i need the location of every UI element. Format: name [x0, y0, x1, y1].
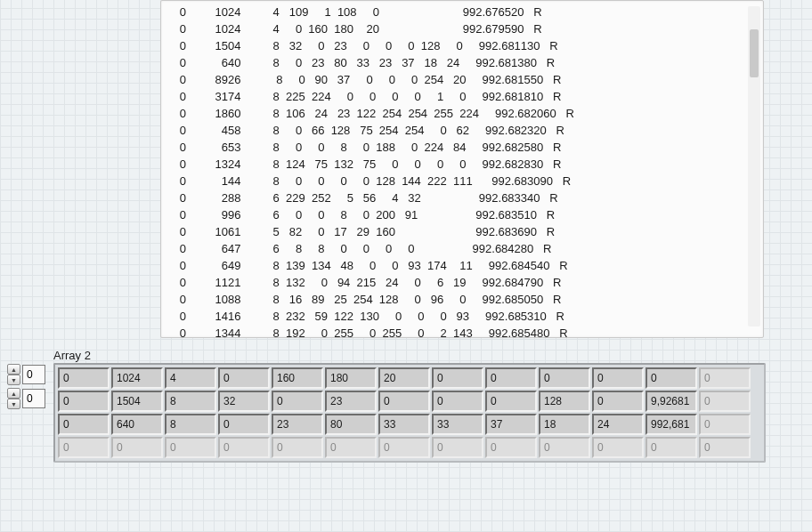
array-cell[interactable] — [218, 414, 270, 435]
array-cell — [699, 367, 751, 389]
array-cell[interactable] — [539, 391, 590, 412]
array-cell[interactable] — [165, 391, 216, 412]
array-cell[interactable] — [646, 367, 697, 389]
array-label: Array 2 — [53, 349, 91, 362]
array-cell — [699, 437, 751, 458]
array-cell[interactable] — [485, 414, 537, 435]
array-cell — [165, 437, 216, 458]
array-cell[interactable] — [111, 414, 163, 435]
array-cell[interactable] — [432, 391, 483, 412]
array-cell[interactable] — [325, 391, 377, 412]
array-cell[interactable] — [272, 367, 323, 389]
array-cell[interactable] — [325, 367, 377, 389]
array-cell[interactable] — [111, 367, 163, 389]
array-cell[interactable] — [111, 391, 163, 412]
array-cell — [699, 414, 751, 435]
array-cell — [432, 437, 483, 458]
log-scrollbar-thumb[interactable] — [750, 29, 759, 77]
array-cell[interactable] — [165, 414, 216, 435]
array-cell — [539, 437, 590, 458]
array-cell[interactable] — [378, 391, 430, 412]
log-text: 0 1024 4 109 1 108 0 992.676520 R 0 1024… — [170, 4, 758, 342]
array-row — [58, 367, 761, 389]
array-cell — [325, 437, 377, 458]
array-row — [58, 414, 761, 435]
index-1-up-icon[interactable]: ▲ — [7, 388, 20, 399]
array-cell[interactable] — [432, 414, 483, 435]
array-row — [58, 391, 761, 412]
array-cell[interactable] — [58, 367, 110, 389]
array-cell[interactable] — [485, 367, 537, 389]
array-2-control — [53, 363, 766, 463]
array-cell[interactable] — [218, 367, 270, 389]
log-text-display: 0 1024 4 109 1 108 0 992.676520 R 0 1024… — [160, 0, 764, 338]
array-cell[interactable] — [58, 414, 110, 435]
index-1-down-icon[interactable]: ▼ — [7, 399, 20, 409]
array-cell — [485, 437, 537, 458]
index-0-down-icon[interactable]: ▼ — [7, 375, 20, 385]
array-cell[interactable] — [646, 391, 697, 412]
array-cell[interactable] — [165, 367, 216, 389]
array-cell[interactable] — [646, 414, 697, 435]
index-0-input[interactable] — [22, 365, 45, 384]
array-cell — [378, 437, 430, 458]
index-0-up-icon[interactable]: ▲ — [7, 364, 20, 375]
array-cell — [592, 437, 644, 458]
array-cell[interactable] — [432, 367, 483, 389]
array-cell — [111, 437, 163, 458]
array-cell[interactable] — [592, 414, 644, 435]
array-cell[interactable] — [218, 391, 270, 412]
array-cell[interactable] — [592, 367, 644, 389]
array-cell[interactable] — [592, 391, 644, 412]
array-cell — [218, 437, 270, 458]
array-cell[interactable] — [378, 367, 430, 389]
array-cell — [272, 437, 323, 458]
log-scrollbar[interactable] — [748, 6, 760, 326]
array-cell — [646, 437, 697, 458]
array-cell[interactable] — [378, 414, 430, 435]
array-cell[interactable] — [58, 391, 110, 412]
index-0-spinner[interactable]: ▲ ▼ — [7, 364, 20, 385]
array-index-controls: ▲ ▼ ▲ ▼ — [7, 363, 50, 411]
array-row — [58, 437, 761, 458]
array-cell — [699, 391, 751, 412]
array-cell[interactable] — [539, 414, 590, 435]
array-cell[interactable] — [325, 414, 377, 435]
index-1-input[interactable] — [22, 389, 45, 408]
array-cell[interactable] — [539, 367, 590, 389]
array-cell[interactable] — [485, 391, 537, 412]
array-cell[interactable] — [272, 391, 323, 412]
array-cell — [58, 437, 110, 458]
index-1-spinner[interactable]: ▲ ▼ — [7, 388, 20, 409]
array-cell[interactable] — [272, 414, 323, 435]
